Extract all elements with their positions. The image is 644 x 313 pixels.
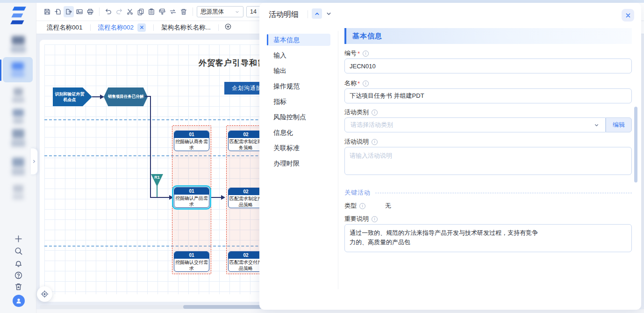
sidebar-expand-handle[interactable]: [31, 148, 38, 175]
sidebar-blurred-icon[interactable]: [8, 156, 28, 177]
panel-nav-informatization[interactable]: 信息化: [268, 126, 330, 138]
copy-icon: [137, 8, 144, 15]
redo-icon: [115, 8, 123, 15]
activity-box-selected[interactable]: 01 挖掘确认产品需求: [174, 187, 209, 208]
chevron-down-icon: [326, 11, 332, 17]
search-button[interactable]: [13, 246, 24, 257]
recycle-icon: [14, 282, 23, 291]
toolbar-group-2: [103, 6, 189, 17]
code-input[interactable]: [344, 58, 632, 73]
sidebar-blurred-icon[interactable]: [8, 127, 28, 149]
panel-nav-input[interactable]: 输入: [268, 49, 330, 61]
key-activity-title: 关键活动: [344, 189, 371, 197]
diagram-title[interactable]: 外贸客户引导和需: [199, 58, 266, 68]
plus-button[interactable]: [13, 234, 24, 245]
plus-circle-icon: [224, 23, 232, 30]
format-brush-icon: [158, 8, 166, 15]
activity-box[interactable]: 02 匹配需求交付产品策略: [228, 251, 264, 272]
print-button[interactable]: [85, 6, 95, 17]
user-avatar[interactable]: [13, 295, 25, 307]
panel-nav-indicator[interactable]: 指标: [268, 95, 330, 108]
redo-button[interactable]: [114, 6, 124, 17]
close-icon: [139, 25, 144, 30]
connector-line: [150, 96, 151, 198]
sync-button[interactable]: [168, 6, 178, 17]
tab-process-001[interactable]: 流程名称001: [39, 21, 90, 34]
image-export-icon: [76, 8, 83, 15]
section-header: 基本信息: [344, 28, 632, 44]
format-brush-button[interactable]: [157, 6, 167, 17]
collapse-up-button[interactable]: [312, 8, 322, 19]
name-field-label: 名称*: [344, 80, 369, 87]
category-select[interactable]: 请选择活动类别: [344, 117, 606, 132]
help-button[interactable]: [13, 270, 24, 282]
sidebar-blurred-icon[interactable]: [9, 62, 26, 78]
activity-detail-panel: 活动明细 基本信息 输入 输出 操作规范 指标 风险控制点 信息化 关联标准 办…: [259, 3, 641, 310]
print-icon: [86, 8, 94, 15]
new-tab-button[interactable]: [223, 23, 233, 32]
import-doc-button[interactable]: [53, 6, 63, 17]
type-row: 类型 无: [344, 202, 391, 210]
milestone-hexagon-shape[interactable]: 销售项目任务已分解: [104, 87, 148, 106]
sidebar-blurred-icon[interactable]: [9, 108, 27, 125]
activity-box[interactable]: 02 匹配需求制定商务策略: [228, 131, 264, 151]
category-field-label: 活动类别: [344, 109, 378, 116]
activity-box[interactable]: 01 挖掘确认商务需求: [174, 131, 209, 151]
sidebar-blurred-icon[interactable]: [10, 183, 26, 201]
info-icon: [363, 80, 369, 87]
delete-button[interactable]: [179, 6, 189, 17]
important-textarea[interactable]: 通过一致的、规范的方法来指导产品开发与技术研发过程，支持有竞争 力的、高质量的产…: [344, 224, 632, 252]
description-textarea[interactable]: [344, 147, 632, 175]
panel-scrollbar-thumb[interactable]: [634, 107, 637, 182]
recycle-button[interactable]: [13, 282, 24, 293]
info-icon: [372, 109, 378, 116]
panel-nav-time-limit[interactable]: 办理时限: [268, 157, 330, 169]
info-icon: [372, 216, 378, 222]
name-input[interactable]: [344, 88, 632, 103]
type-value: 无: [385, 202, 391, 210]
font-family-select[interactable]: 思源黑体: [197, 6, 243, 17]
cut-icon: [126, 8, 134, 15]
font-size-value: 14: [250, 8, 257, 15]
export-doc-button[interactable]: [64, 6, 74, 17]
panel-close-button[interactable]: [622, 9, 634, 22]
panel-nav-operation-spec[interactable]: 操作规范: [268, 80, 330, 92]
undo-button[interactable]: [103, 6, 114, 17]
connector-line: [92, 96, 100, 97]
bell-button[interactable]: [13, 258, 24, 269]
activity-box[interactable]: 02 匹配需求制定产品策略: [228, 188, 264, 208]
key-activity-divider: 关键活动: [344, 189, 632, 197]
paste-button[interactable]: [146, 6, 157, 17]
collapse-down-button[interactable]: [323, 8, 334, 19]
info-icon: [359, 203, 365, 209]
panel-content: 基本信息 编号* 名称* 活动类别 请选择活动类别 编辑 活动说明: [344, 28, 632, 299]
panel-nav-basic-info[interactable]: 基本信息: [268, 34, 330, 46]
sidebar-blurred-icon[interactable]: [7, 35, 29, 54]
code-field-label: 编号*: [344, 50, 369, 57]
category-edit-button[interactable]: 编辑: [606, 117, 632, 132]
category-placeholder: 请选择活动类别: [351, 121, 393, 129]
panel-vertical-divider: [338, 31, 338, 289]
panel-nav-related-standard[interactable]: 关联标准: [268, 142, 330, 154]
tab-architecture[interactable]: 架构名称长名称...: [154, 21, 218, 34]
chevron-down-icon: [235, 9, 240, 15]
panel-nav-risk-control[interactable]: 风险控制点: [268, 111, 330, 123]
active-nav-indicator: [267, 34, 268, 45]
activity-box[interactable]: 01 挖掘确认交付需求: [174, 251, 209, 272]
chevron-right-icon: [31, 159, 37, 164]
tab-process-002[interactable]: 流程名称002: [91, 21, 154, 34]
copy-button[interactable]: [136, 6, 146, 17]
panel-title: 活动明细: [269, 10, 299, 20]
dashed-divider-line: [375, 193, 632, 193]
image-export-button[interactable]: [74, 6, 85, 17]
locate-center-button[interactable]: [37, 286, 52, 302]
sync-icon: [169, 8, 177, 15]
tab-close-button[interactable]: [137, 23, 146, 32]
save-icon: [43, 8, 51, 15]
save-button[interactable]: [42, 6, 52, 17]
sidebar-active-indicator: [0, 59, 1, 81]
app-logo-icon: [7, 6, 29, 25]
sidebar-blurred-icon[interactable]: [9, 86, 27, 105]
cut-button[interactable]: [125, 6, 135, 17]
panel-nav-output[interactable]: 输出: [268, 65, 330, 77]
